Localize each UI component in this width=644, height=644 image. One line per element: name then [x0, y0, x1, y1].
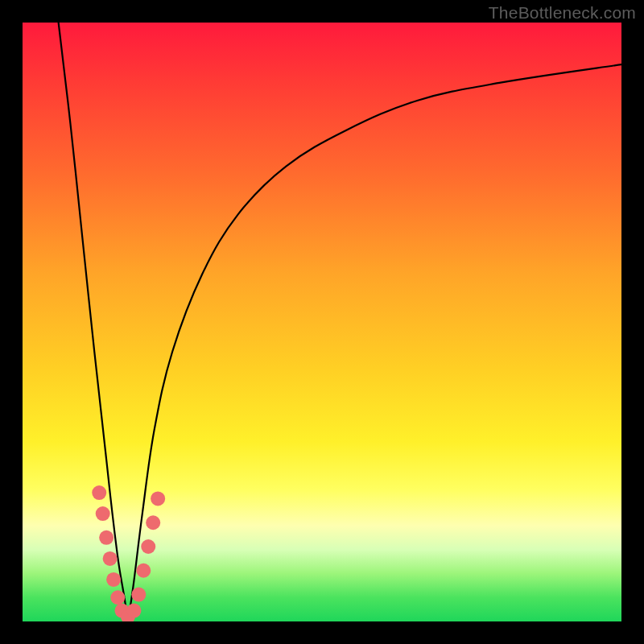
highlight-dot	[151, 491, 165, 506]
left-branch-curve	[59, 23, 128, 621]
watermark-text: TheBottleneck.com	[489, 3, 636, 23]
curve-layer	[59, 23, 621, 621]
highlight-dot	[136, 564, 151, 578]
chart-svg	[23, 23, 621, 621]
highlight-dot	[106, 572, 121, 587]
highlight-dots-layer	[92, 485, 165, 621]
highlight-dot	[141, 539, 155, 554]
highlight-dot	[92, 485, 106, 500]
plot-area	[23, 23, 621, 621]
highlight-dot	[146, 515, 160, 530]
highlight-dot	[99, 530, 114, 545]
right-branch-curve	[128, 64, 621, 621]
highlight-dot	[126, 604, 141, 618]
highlight-dot	[131, 588, 146, 602]
chart-frame: TheBottleneck.com	[0, 0, 644, 644]
highlight-dot	[110, 590, 125, 605]
highlight-dot	[96, 506, 110, 521]
highlight-dot	[103, 551, 118, 566]
